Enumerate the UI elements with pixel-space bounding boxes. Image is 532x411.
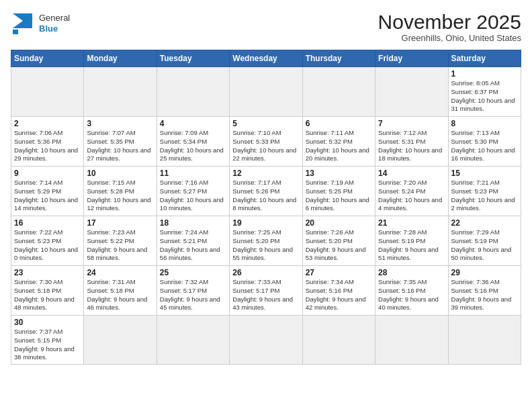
- svg-rect-2: [13, 30, 18, 34]
- calendar-day-cell: 28Sunrise: 7:35 AM Sunset: 5:16 PM Dayli…: [375, 266, 448, 316]
- day-info: Sunrise: 7:09 AM Sunset: 5:34 PM Dayligh…: [160, 129, 226, 163]
- day-number: 21: [378, 218, 445, 228]
- day-number: 4: [160, 119, 226, 128]
- calendar-day-cell: 20Sunrise: 7:26 AM Sunset: 5:20 PM Dayli…: [302, 216, 375, 266]
- calendar-day-cell: 29Sunrise: 7:36 AM Sunset: 5:16 PM Dayli…: [448, 266, 521, 316]
- calendar-day-cell: [157, 316, 229, 365]
- day-number: 25: [160, 268, 226, 277]
- calendar-day-cell: 5Sunrise: 7:10 AM Sunset: 5:33 PM Daylig…: [230, 117, 302, 167]
- calendar-day-cell: 24Sunrise: 7:31 AM Sunset: 5:18 PM Dayli…: [84, 266, 157, 316]
- col-saturday: Saturday: [448, 50, 521, 67]
- calendar-day-cell: 1Sunrise: 8:05 AM Sunset: 6:37 PM Daylig…: [448, 67, 521, 117]
- day-info: Sunrise: 7:25 AM Sunset: 5:20 PM Dayligh…: [232, 228, 299, 263]
- calendar-day-cell: 9Sunrise: 7:14 AM Sunset: 5:29 PM Daylig…: [11, 167, 84, 216]
- col-wednesday: Wednesday: [230, 50, 302, 67]
- calendar-day-cell: [302, 316, 375, 365]
- day-number: 3: [87, 119, 153, 128]
- logo-general-text: General: [39, 13, 70, 24]
- calendar-day-cell: [302, 67, 375, 117]
- calendar-day-cell: 7Sunrise: 7:12 AM Sunset: 5:31 PM Daylig…: [375, 117, 448, 167]
- calendar-day-cell: [11, 67, 84, 117]
- calendar-day-cell: [84, 67, 157, 117]
- day-number: 5: [232, 119, 299, 128]
- calendar-day-cell: [157, 67, 229, 117]
- day-info: Sunrise: 7:32 AM Sunset: 5:17 PM Dayligh…: [160, 278, 226, 312]
- day-info: Sunrise: 7:29 AM Sunset: 5:19 PM Dayligh…: [451, 228, 518, 263]
- col-thursday: Thursday: [302, 50, 375, 67]
- day-number: 19: [232, 218, 299, 228]
- day-number: 6: [306, 119, 372, 128]
- calendar-day-cell: 30Sunrise: 7:37 AM Sunset: 5:15 PM Dayli…: [11, 316, 84, 365]
- col-sunday: Sunday: [11, 50, 84, 67]
- day-info: Sunrise: 7:30 AM Sunset: 5:18 PM Dayligh…: [14, 278, 81, 312]
- col-tuesday: Tuesday: [157, 50, 229, 67]
- day-info: Sunrise: 7:16 AM Sunset: 5:27 PM Dayligh…: [160, 179, 226, 213]
- calendar-day-cell: 2Sunrise: 7:06 AM Sunset: 5:36 PM Daylig…: [11, 117, 84, 167]
- day-info: Sunrise: 7:24 AM Sunset: 5:21 PM Dayligh…: [160, 228, 226, 263]
- day-info: Sunrise: 7:19 AM Sunset: 5:25 PM Dayligh…: [306, 179, 372, 213]
- day-number: 29: [451, 268, 518, 277]
- col-monday: Monday: [84, 50, 157, 67]
- day-info: Sunrise: 7:23 AM Sunset: 5:22 PM Dayligh…: [87, 228, 153, 263]
- title-block: November 2025 Greenhills, Ohio, United S…: [378, 11, 521, 43]
- day-number: 16: [14, 218, 81, 228]
- day-number: 12: [232, 169, 299, 178]
- calendar-day-cell: 6Sunrise: 7:11 AM Sunset: 5:32 PM Daylig…: [302, 117, 375, 167]
- day-info: Sunrise: 7:26 AM Sunset: 5:20 PM Dayligh…: [306, 228, 372, 263]
- calendar-day-cell: [84, 316, 157, 365]
- calendar-day-cell: 12Sunrise: 7:17 AM Sunset: 5:26 PM Dayli…: [230, 167, 302, 216]
- day-number: 15: [451, 169, 518, 178]
- day-info: Sunrise: 7:22 AM Sunset: 5:23 PM Dayligh…: [14, 228, 81, 263]
- day-info: Sunrise: 7:36 AM Sunset: 5:16 PM Dayligh…: [451, 278, 518, 312]
- day-number: 8: [451, 119, 518, 128]
- day-info: Sunrise: 7:33 AM Sunset: 5:17 PM Dayligh…: [232, 278, 299, 312]
- calendar-day-cell: 14Sunrise: 7:20 AM Sunset: 5:24 PM Dayli…: [375, 167, 448, 216]
- calendar-week-row: 2Sunrise: 7:06 AM Sunset: 5:36 PM Daylig…: [11, 117, 521, 167]
- day-number: 30: [14, 318, 81, 327]
- day-number: 27: [306, 268, 372, 277]
- calendar-week-row: 30Sunrise: 7:37 AM Sunset: 5:15 PM Dayli…: [11, 316, 521, 365]
- calendar-day-cell: 21Sunrise: 7:28 AM Sunset: 5:19 PM Dayli…: [375, 216, 448, 266]
- day-info: Sunrise: 7:34 AM Sunset: 5:16 PM Dayligh…: [306, 278, 372, 312]
- day-number: 2: [14, 119, 81, 128]
- day-number: 22: [451, 218, 518, 228]
- month-title: November 2025: [378, 11, 521, 33]
- day-info: Sunrise: 7:35 AM Sunset: 5:16 PM Dayligh…: [378, 278, 445, 312]
- day-number: 20: [306, 218, 372, 228]
- calendar-day-cell: 26Sunrise: 7:33 AM Sunset: 5:17 PM Dayli…: [230, 266, 302, 316]
- general-blue-logo-icon: [11, 11, 36, 36]
- day-info: Sunrise: 7:37 AM Sunset: 5:15 PM Dayligh…: [14, 328, 81, 362]
- calendar-day-cell: 27Sunrise: 7:34 AM Sunset: 5:16 PM Dayli…: [302, 266, 375, 316]
- day-info: Sunrise: 7:11 AM Sunset: 5:32 PM Dayligh…: [306, 129, 372, 163]
- day-number: 1: [451, 69, 518, 79]
- calendar-day-cell: 16Sunrise: 7:22 AM Sunset: 5:23 PM Dayli…: [11, 216, 84, 266]
- calendar-day-cell: 25Sunrise: 7:32 AM Sunset: 5:17 PM Dayli…: [157, 266, 229, 316]
- col-friday: Friday: [375, 50, 448, 67]
- day-number: 11: [160, 169, 226, 178]
- day-number: 23: [14, 268, 81, 277]
- calendar-day-cell: 17Sunrise: 7:23 AM Sunset: 5:22 PM Dayli…: [84, 216, 157, 266]
- day-number: 13: [306, 169, 372, 178]
- day-info: Sunrise: 7:06 AM Sunset: 5:36 PM Dayligh…: [14, 129, 81, 163]
- calendar-day-cell: 4Sunrise: 7:09 AM Sunset: 5:34 PM Daylig…: [157, 117, 229, 167]
- calendar-day-cell: 13Sunrise: 7:19 AM Sunset: 5:25 PM Dayli…: [302, 167, 375, 216]
- calendar-week-row: 16Sunrise: 7:22 AM Sunset: 5:23 PM Dayli…: [11, 216, 521, 266]
- calendar-day-cell: [375, 67, 448, 117]
- logo: GeneralBlue: [11, 11, 70, 36]
- header: GeneralBlue November 2025 Greenhills, Oh…: [11, 11, 521, 43]
- day-number: 26: [232, 268, 299, 277]
- calendar-table: Sunday Monday Tuesday Wednesday Thursday…: [11, 50, 521, 365]
- calendar-day-cell: 8Sunrise: 7:13 AM Sunset: 5:30 PM Daylig…: [448, 117, 521, 167]
- day-number: 24: [87, 268, 153, 277]
- day-number: 10: [87, 169, 153, 178]
- day-info: Sunrise: 8:05 AM Sunset: 6:37 PM Dayligh…: [451, 79, 518, 113]
- day-info: Sunrise: 7:31 AM Sunset: 5:18 PM Dayligh…: [87, 278, 153, 312]
- calendar-day-cell: [230, 316, 302, 365]
- calendar-day-cell: [448, 316, 521, 365]
- day-number: 14: [378, 169, 445, 178]
- day-info: Sunrise: 7:15 AM Sunset: 5:28 PM Dayligh…: [87, 179, 153, 213]
- calendar-day-cell: 22Sunrise: 7:29 AM Sunset: 5:19 PM Dayli…: [448, 216, 521, 266]
- calendar-day-cell: 23Sunrise: 7:30 AM Sunset: 5:18 PM Dayli…: [11, 266, 84, 316]
- calendar-day-cell: [375, 316, 448, 365]
- day-info: Sunrise: 7:10 AM Sunset: 5:33 PM Dayligh…: [232, 129, 299, 163]
